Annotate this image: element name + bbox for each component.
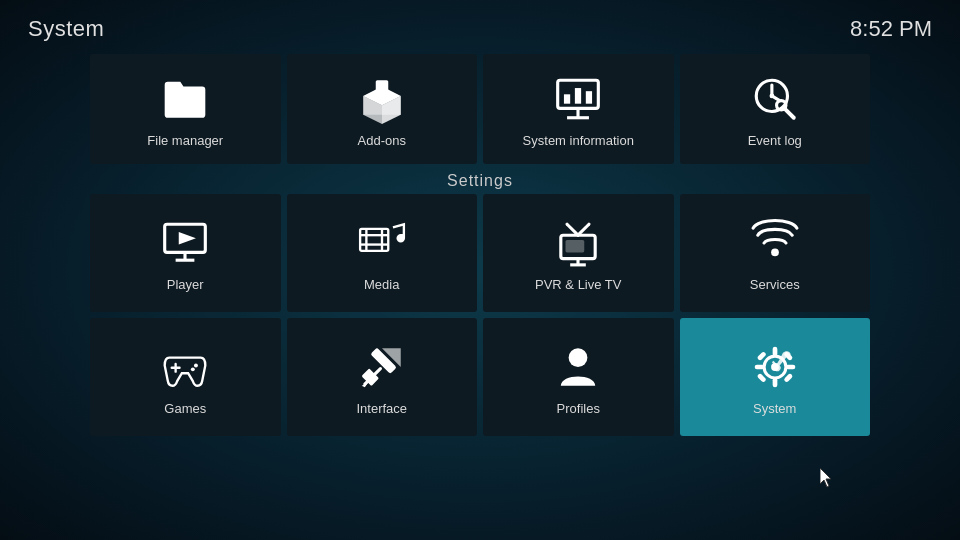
svg-line-11 bbox=[784, 108, 793, 117]
tile-interface[interactable]: Interface bbox=[287, 318, 478, 436]
tile-system-information[interactable]: System information bbox=[483, 54, 674, 164]
tile-profiles-label: Profiles bbox=[557, 401, 600, 416]
tile-file-manager[interactable]: File manager bbox=[90, 54, 281, 164]
tile-media[interactable]: Media bbox=[287, 194, 478, 312]
pvr-live-tv-icon bbox=[550, 215, 606, 271]
svg-rect-4 bbox=[564, 94, 570, 103]
svg-rect-5 bbox=[575, 88, 581, 104]
tile-add-ons[interactable]: Add-ons bbox=[287, 54, 478, 164]
file-manager-icon bbox=[157, 71, 213, 127]
svg-rect-45 bbox=[786, 364, 795, 369]
tile-event-log-label: Event log bbox=[748, 133, 802, 148]
svg-point-10 bbox=[769, 93, 774, 98]
media-icon bbox=[354, 215, 410, 271]
tile-system[interactable]: System bbox=[680, 318, 871, 436]
event-log-icon bbox=[747, 71, 803, 127]
top-grid: File manager Add-ons bbox=[0, 54, 960, 164]
tile-media-label: Media bbox=[364, 277, 399, 292]
tile-services-label: Services bbox=[750, 277, 800, 292]
tile-profiles[interactable]: Profiles bbox=[483, 318, 674, 436]
settings-grid-row1: Player Media bbox=[0, 194, 960, 312]
system-icon bbox=[747, 339, 803, 395]
tile-system-label: System bbox=[753, 401, 796, 416]
settings-label: Settings bbox=[0, 172, 960, 190]
svg-rect-44 bbox=[754, 364, 763, 369]
svg-marker-14 bbox=[179, 232, 196, 245]
mouse-cursor bbox=[820, 468, 834, 488]
header: System 8:52 PM bbox=[0, 0, 960, 50]
tile-games-label: Games bbox=[164, 401, 206, 416]
interface-icon bbox=[354, 339, 410, 395]
svg-point-12 bbox=[776, 100, 785, 109]
clock: 8:52 PM bbox=[850, 16, 932, 42]
add-ons-icon bbox=[354, 71, 410, 127]
page-title: System bbox=[28, 16, 104, 42]
svg-rect-17 bbox=[360, 228, 388, 250]
svg-rect-28 bbox=[566, 239, 585, 252]
settings-grid-row2: Games Interface Profiles bbox=[0, 318, 960, 436]
svg-rect-43 bbox=[772, 377, 777, 386]
tile-pvr-live-tv[interactable]: PVR & Live TV bbox=[483, 194, 674, 312]
tile-add-ons-label: Add-ons bbox=[358, 133, 406, 148]
tile-system-information-label: System information bbox=[523, 133, 634, 148]
tile-pvr-live-tv-label: PVR & Live TV bbox=[535, 277, 621, 292]
tile-player-label: Player bbox=[167, 277, 204, 292]
games-icon bbox=[157, 339, 213, 395]
player-icon bbox=[157, 215, 213, 271]
tile-file-manager-label: File manager bbox=[147, 133, 223, 148]
svg-point-32 bbox=[194, 363, 198, 367]
tile-games[interactable]: Games bbox=[90, 318, 281, 436]
system-information-icon bbox=[550, 71, 606, 127]
tile-interface-label: Interface bbox=[356, 401, 407, 416]
tile-player[interactable]: Player bbox=[90, 194, 281, 312]
svg-rect-0 bbox=[376, 80, 389, 96]
svg-line-25 bbox=[578, 224, 589, 235]
svg-point-33 bbox=[191, 367, 195, 371]
svg-point-22 bbox=[397, 235, 403, 241]
svg-point-39 bbox=[569, 348, 588, 367]
tile-services[interactable]: Services bbox=[680, 194, 871, 312]
svg-rect-6 bbox=[586, 91, 592, 104]
svg-rect-42 bbox=[772, 346, 777, 355]
svg-point-29 bbox=[771, 248, 779, 256]
services-icon bbox=[747, 215, 803, 271]
profiles-icon bbox=[550, 339, 606, 395]
tile-event-log[interactable]: Event log bbox=[680, 54, 871, 164]
svg-line-24 bbox=[567, 224, 578, 235]
